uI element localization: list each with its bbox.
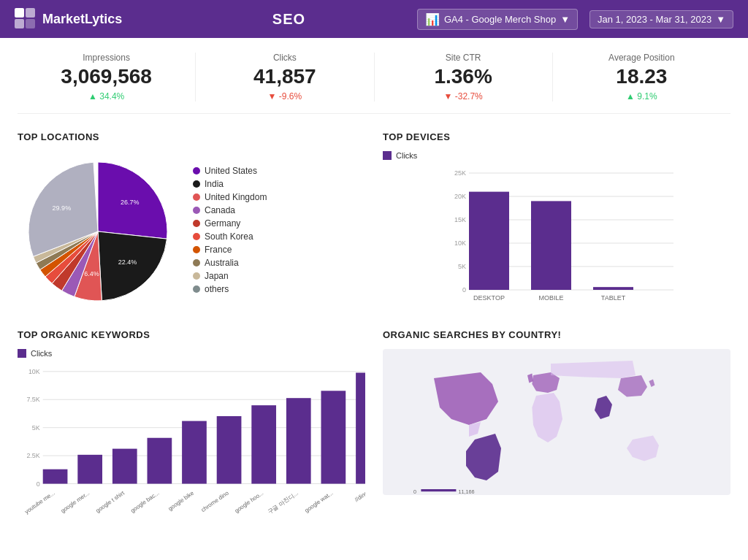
kpi-label: Clicks (210, 53, 359, 63)
svg-rect-1 (26, 8, 35, 18)
logo-icon (15, 8, 37, 30)
devices-bars: 05K10K15K20K25KDESKTOPMOBILETABLET (383, 166, 730, 312)
bar (356, 372, 365, 483)
organic-searches-section: ORGANIC SEARCHES BY COUNTRY! (383, 329, 730, 510)
svg-rect-0 (15, 8, 24, 18)
devices-legend: Clicks (383, 151, 730, 160)
pie-label: 29.9% (53, 204, 72, 211)
legend-dot (193, 272, 200, 280)
top-devices-title: TOP DEVICES (383, 131, 730, 142)
legend-dot (193, 167, 200, 174)
pie-legend: United StatesIndiaUnited KingdomCanadaGe… (193, 166, 267, 297)
legend-item: Australia (193, 258, 267, 268)
legend-item: Germany (193, 218, 267, 229)
pie-chart: 26.7%22.4%6.4%29.9% (18, 151, 178, 312)
kpi-item: Clicks 41,857 ▼ -9.6% (196, 53, 374, 101)
ga-selector[interactable]: 📊 GA4 - Google Merch Shop ▼ (417, 9, 578, 30)
bar-label: google bac... (129, 489, 160, 513)
main-content: Impressions 3,069,568 ▲ 34.4% Clicks 41,… (0, 38, 748, 560)
logo: MarketLytics (15, 8, 161, 30)
bar-label: google mer... (60, 489, 91, 514)
svg-text:0: 0 (413, 488, 416, 495)
legend-label: South Korea (205, 231, 253, 242)
top-locations-title: TOP LOCATIONS (18, 131, 365, 142)
top-keywords-section: TOP ORGANIC KEYWORDS Clicks 02.5K5K7.5K1… (18, 329, 365, 510)
top-section: TOP LOCATIONS 26.7%22.4%6.4%29.9% United… (18, 131, 730, 312)
header-title: SEO (161, 11, 417, 28)
top-devices-section: TOP DEVICES Clicks 05K10K15K20K25KDESKTO… (383, 131, 730, 312)
kpi-value: 3,069,568 (32, 66, 180, 88)
legend-item: United States (193, 166, 267, 176)
legend-dot (193, 220, 200, 227)
devices-chart: 05K10K15K20K25KDESKTOPMOBILETABLET (383, 166, 730, 312)
keywords-legend: Clicks (18, 349, 365, 358)
legend-item: India (193, 179, 267, 189)
bar (321, 391, 346, 483)
kpi-item: Average Position 18.23 ▲ 9.1% (553, 53, 730, 101)
legend-label: Australia (205, 258, 239, 268)
legend-item: United Kingdom (193, 192, 267, 202)
world-map: 0 11,166 (383, 349, 730, 495)
legend-label: United Kingdom (205, 192, 267, 202)
y-label: 0 (462, 286, 466, 294)
legend-label: France (205, 245, 232, 255)
bar (531, 201, 571, 290)
bar-label: chrome dino (200, 489, 230, 513)
legend-item: France (193, 245, 267, 255)
keywords-chart: 02.5K5K7.5K10Kyoutube me...google mer...… (18, 364, 365, 510)
svg-rect-5 (421, 489, 456, 491)
bar (251, 405, 276, 483)
bar (217, 416, 242, 484)
kpi-value: 41,857 (210, 66, 359, 88)
bottom-section: TOP ORGANIC KEYWORDS Clicks 02.5K5K7.5K1… (18, 329, 730, 510)
kpi-label: Average Position (568, 53, 716, 63)
kpi-change: ▼ -32.7% (389, 91, 538, 101)
devices-legend-color (383, 151, 392, 160)
legend-dot (193, 246, 200, 253)
keywords-bars: 02.5K5K7.5K10Kyoutube me...google mer...… (18, 364, 365, 524)
bar (469, 191, 509, 289)
y-label: 2.5K (26, 452, 39, 459)
kpi-item: Site CTR 1.36% ▼ -32.7% (375, 53, 553, 101)
pie-segment (98, 231, 167, 301)
legend-label: United States (205, 166, 257, 176)
bar-label: google bike (167, 489, 196, 512)
top-keywords-title: TOP ORGANIC KEYWORDS (18, 329, 365, 340)
bar (593, 287, 633, 290)
legend-dot (193, 285, 200, 293)
kpi-change: ▲ 34.4% (32, 91, 180, 101)
kpi-value: 18.23 (568, 66, 716, 88)
bar-label: youtube me... (23, 489, 56, 515)
bar-label: 구글 마진디... (267, 489, 299, 515)
y-label: 25K (454, 169, 466, 177)
pie-container: 26.7%22.4%6.4%29.9% United StatesIndiaUn… (18, 151, 365, 312)
svg-text:11,166: 11,166 (459, 488, 475, 495)
bar-label: MOBILE (538, 294, 563, 302)
legend-dot (193, 207, 200, 214)
legend-dot (193, 193, 200, 201)
header: MarketLytics SEO 📊 GA4 - Google Merch Sh… (0, 0, 748, 38)
legend-item: others (193, 284, 267, 294)
svg-rect-3 (26, 19, 35, 28)
pie-label: 22.4% (118, 258, 137, 266)
y-label: 0 (37, 480, 40, 487)
y-label: 5K (32, 423, 40, 431)
pie-label: 26.7% (121, 199, 140, 206)
chevron-down-icon: ▼ (560, 14, 570, 25)
legend-item: South Korea (193, 231, 267, 242)
kpi-row: Impressions 3,069,568 ▲ 34.4% Clicks 41,… (18, 53, 730, 114)
bar-label: google hoo... (234, 489, 265, 514)
bar (286, 398, 311, 483)
y-label: 5K (458, 263, 466, 270)
map-svg: 0 11,166 (383, 349, 730, 495)
legend-label: Japan (205, 271, 229, 281)
legend-item: Japan (193, 271, 267, 281)
y-label: 10K (28, 368, 40, 375)
kpi-change: ▲ 9.1% (568, 91, 716, 101)
bar (43, 469, 68, 484)
bar-label: TABLET (601, 294, 626, 302)
chart-icon: 📊 (425, 12, 440, 26)
legend-label: Canada (205, 205, 235, 215)
date-selector[interactable]: Jan 1, 2023 - Mar 31, 2023 ▼ (589, 10, 733, 28)
kpi-label: Site CTR (389, 53, 538, 63)
